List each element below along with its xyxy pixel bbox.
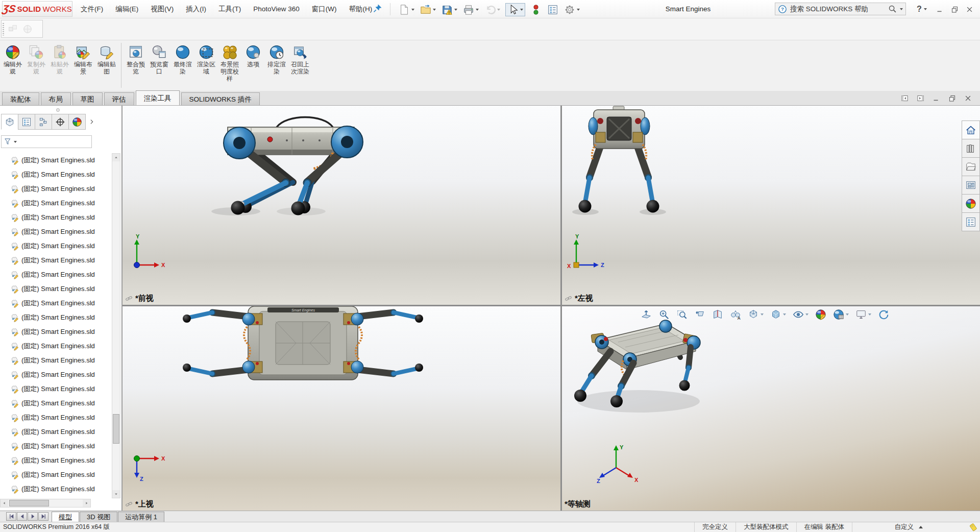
display-manager-tab[interactable] — [68, 114, 86, 130]
view-orientation-caret[interactable] — [761, 313, 764, 316]
dimxpert-manager-tab[interactable] — [52, 114, 69, 130]
sheet-tab-1[interactable]: 3D 视图 — [80, 512, 117, 522]
display-style-caret[interactable] — [783, 313, 786, 316]
tree-item[interactable]: (固定) Smart Engines.sld — [0, 439, 111, 453]
property-manager-tab[interactable] — [18, 114, 35, 130]
ribbon-tab-4[interactable]: 渲染工具 — [136, 90, 180, 105]
vertical-scroll-thumb[interactable] — [113, 414, 119, 444]
new-document-caret[interactable] — [411, 9, 414, 11]
design-library-tab[interactable] — [962, 139, 980, 158]
hide-show-items-button[interactable] — [792, 308, 810, 321]
save-document-caret[interactable] — [454, 9, 457, 11]
pane-left-icon[interactable] — [901, 94, 909, 102]
schedule-render-button[interactable]: 排定渲染 — [265, 43, 288, 76]
pin-menu-icon[interactable] — [373, 4, 382, 13]
annotation-views-button[interactable]: A — [729, 308, 742, 321]
view-settings-button[interactable] — [854, 308, 872, 321]
ribbon-tab-0[interactable]: 装配体 — [2, 92, 39, 105]
close-icon[interactable] — [966, 6, 973, 13]
search-box[interactable]: ? 搜索 SOLIDWORKS 帮助 — [775, 3, 906, 15]
view-settings-caret[interactable] — [868, 313, 871, 316]
apply-scene-button[interactable] — [832, 308, 850, 321]
preview-window-button[interactable]: 预览窗口 — [148, 43, 171, 76]
rotate-view-button[interactable] — [877, 308, 890, 321]
tree-item[interactable]: (固定) Smart Engines.sld — [0, 153, 111, 167]
tree-item[interactable]: (固定) Smart Engines.sld — [0, 410, 111, 425]
select-tool-button[interactable] — [505, 3, 525, 16]
search-dropdown-caret[interactable] — [900, 8, 903, 10]
tree-item[interactable]: (固定) Smart Engines.sld — [0, 353, 111, 368]
tree-filter-field[interactable] — [1, 135, 92, 148]
viewport-isometric[interactable]: A — [562, 306, 980, 511]
tree-item[interactable]: (固定) Smart Engines.sld — [0, 325, 111, 339]
new-document-button[interactable] — [398, 4, 415, 16]
zoom-to-selection-button[interactable] — [675, 308, 689, 321]
print-document-caret[interactable] — [476, 9, 479, 11]
doc-minimize-icon[interactable] — [933, 94, 940, 102]
appearances-scenes-tab[interactable] — [962, 194, 980, 213]
photoview-options-button[interactable]: 选项 — [241, 43, 265, 68]
viewport-front[interactable]: Y X *前视 — [122, 106, 560, 305]
horizontal-scroll-thumb[interactable] — [9, 500, 49, 506]
custom-caret-up-icon[interactable] — [919, 526, 923, 528]
view-orientation-button[interactable] — [747, 308, 765, 321]
viewport-top[interactable]: Smart Engines X Z *上视 — [122, 306, 560, 511]
scene-illumination-proof-sheet-button[interactable]: 布景照明度校样 — [218, 43, 241, 83]
doc-close-icon[interactable] — [964, 94, 972, 102]
tree-item[interactable]: (固定) Smart Engines.sld — [0, 239, 111, 253]
toolbar-grip[interactable] — [3, 23, 4, 36]
tree-item[interactable]: (固定) Smart Engines.sld — [0, 210, 111, 225]
viewport-left[interactable]: Y Z X *左视 — [562, 106, 980, 305]
select-tool-caret[interactable] — [520, 9, 523, 11]
tree-item[interactable]: (固定) Smart Engines.sld — [0, 468, 111, 482]
doc-restore-icon[interactable] — [948, 94, 956, 102]
feature-manager-tab[interactable] — [1, 114, 18, 130]
scroll-up-icon[interactable] — [112, 154, 120, 161]
view-palette-tab[interactable] — [962, 176, 980, 195]
save-document-button[interactable] — [441, 4, 458, 16]
tree-item[interactable]: (固定) Smart Engines.sld — [0, 453, 111, 468]
menu-item-2[interactable]: 视图(V) — [144, 0, 180, 18]
section-view-button[interactable] — [711, 308, 724, 321]
open-document-caret[interactable] — [433, 9, 436, 11]
scroll-down-icon[interactable] — [112, 490, 120, 498]
edit-decal-button[interactable]: 编辑贴图 — [95, 43, 118, 76]
tree-horizontal-scrollbar[interactable] — [0, 499, 91, 507]
tree-item[interactable]: (固定) Smart Engines.sld — [0, 382, 111, 396]
custom-properties-tab[interactable] — [962, 212, 980, 231]
undo-caret[interactable] — [497, 9, 500, 11]
scroll-left-icon[interactable] — [1, 499, 8, 507]
zoom-to-area-button[interactable] — [657, 308, 671, 321]
file-explorer-tab[interactable] — [962, 157, 980, 176]
search-input[interactable]: 搜索 SOLIDWORKS 帮助 — [790, 5, 885, 14]
ribbon-tab-1[interactable]: 布局 — [41, 92, 71, 105]
search-icon[interactable] — [888, 5, 897, 13]
ribbon-tab-2[interactable]: 草图 — [72, 92, 103, 105]
edit-scene-button[interactable]: 编辑布景 — [71, 43, 95, 76]
tree-item[interactable]: (固定) Smart Engines.sld — [0, 310, 111, 325]
ribbon-tab-5[interactable]: SOLIDWORKS 插件 — [181, 92, 260, 105]
tree-item[interactable]: (固定) Smart Engines.sld — [0, 339, 111, 353]
configuration-manager-tab[interactable] — [35, 114, 52, 130]
recall-last-render-button[interactable]: 召回上次渲染 — [288, 43, 312, 76]
integrated-preview-button[interactable]: 整合预览 — [124, 43, 148, 76]
filter-funnel-icon[interactable] — [4, 137, 12, 146]
open-document-button[interactable] — [420, 4, 436, 16]
final-render-button[interactable]: 最终渲染 — [171, 43, 194, 76]
tree-item[interactable]: (固定) Smart Engines.sld — [0, 282, 111, 296]
solidworks-resources-tab[interactable] — [962, 120, 980, 139]
apply-scene-caret[interactable] — [846, 313, 849, 316]
edit-appearance-viewport-button[interactable] — [814, 308, 827, 321]
display-style-button[interactable] — [769, 308, 787, 321]
zoom-to-fit-button[interactable] — [640, 308, 653, 321]
options-caret[interactable] — [577, 9, 580, 11]
status-custom[interactable]: 自定义 — [895, 522, 923, 532]
sheet-tab-0[interactable]: 模型 — [52, 512, 79, 522]
panel-tabs-expand-button[interactable] — [85, 114, 97, 130]
last-sheet-button[interactable] — [38, 512, 48, 521]
restore-icon[interactable] — [951, 6, 959, 13]
minimize-icon[interactable] — [936, 6, 944, 13]
menu-item-3[interactable]: 插入(I) — [180, 0, 212, 18]
render-region-button[interactable]: 渲染区域 — [194, 43, 218, 76]
panel-collapse-handle[interactable] — [56, 108, 60, 112]
